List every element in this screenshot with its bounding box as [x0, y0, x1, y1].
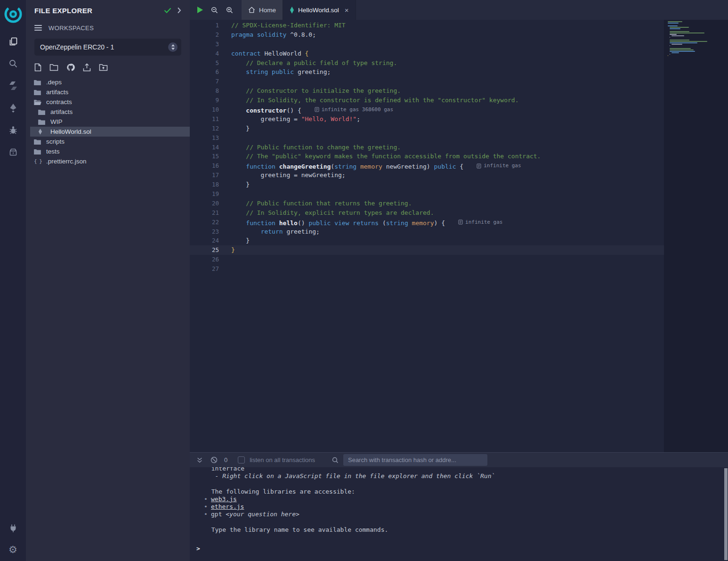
- code-line[interactable]: 17 greeting = newGreeting;: [190, 171, 664, 180]
- pending-tx-count: 0: [224, 456, 227, 463]
- tree-item-contracts[interactable]: contracts: [30, 97, 190, 107]
- tab-helloworld-sol[interactable]: HelloWorld.sol ×: [283, 0, 356, 20]
- folder-icon: [34, 149, 42, 154]
- code-line[interactable]: 15 // The "public" keyword makes the fun…: [190, 152, 664, 161]
- github-icon[interactable]: [66, 63, 75, 72]
- file-json-icon: { }: [34, 158, 42, 164]
- tree-item-artifacts[interactable]: artifacts: [30, 107, 190, 117]
- folder-icon: [34, 89, 42, 95]
- upload-folder-icon[interactable]: [99, 64, 108, 71]
- line-number: 2: [190, 30, 219, 40]
- check-icon[interactable]: [164, 8, 171, 13]
- code-line[interactable]: 8 // Constructor to initialize the greet…: [190, 86, 664, 96]
- terminal-output[interactable]: interface - Right click on a JavaScript …: [190, 467, 728, 561]
- code-line[interactable]: 7: [190, 77, 664, 86]
- code-line[interactable]: 11 greeting = "Hello, World!";: [190, 114, 664, 124]
- code-line[interactable]: 19: [190, 189, 664, 199]
- code-line[interactable]: 24 }: [190, 236, 664, 245]
- terminal-prompt[interactable]: >: [196, 545, 728, 553]
- code-line[interactable]: 14 // Public function to change the gree…: [190, 143, 664, 152]
- tab-label: HelloWorld.sol: [298, 7, 339, 14]
- code-line[interactable]: 20 // Public function that returns the g…: [190, 199, 664, 208]
- gear-icon: ⚙: [8, 545, 17, 555]
- line-number: 12: [190, 124, 219, 133]
- code-line[interactable]: 26: [190, 255, 664, 264]
- new-file-icon[interactable]: [34, 63, 41, 72]
- code-line[interactable]: 27: [190, 264, 664, 274]
- tab-close-icon[interactable]: ×: [345, 7, 349, 14]
- zoom-out-icon[interactable]: [211, 7, 218, 14]
- collapse-terminal-icon[interactable]: [196, 457, 203, 463]
- code-lines[interactable]: 1// SPDX-License-Identifier: MIT2pragma …: [190, 20, 664, 452]
- plugin-manager-icon[interactable]: [0, 517, 26, 539]
- line-number: 5: [190, 58, 219, 68]
- run-controls: [190, 0, 242, 20]
- chevron-right-icon[interactable]: [177, 7, 181, 14]
- code-line[interactable]: 25}: [190, 245, 664, 255]
- search-icon[interactable]: [0, 52, 26, 74]
- clear-console-icon[interactable]: [210, 456, 218, 463]
- code-line[interactable]: 6 string public greeting;: [190, 67, 664, 77]
- workspace-sort-icon[interactable]: [168, 42, 178, 52]
- new-folder-icon[interactable]: [49, 64, 58, 71]
- debugger-icon[interactable]: [0, 119, 26, 141]
- gas-estimate-badge: infinite gas 368600 gas: [315, 105, 393, 114]
- deploy-run-icon[interactable]: [0, 97, 26, 119]
- code-line[interactable]: 18 }: [190, 180, 664, 189]
- code-line[interactable]: 10 constructor() {infinite gas 368600 ga…: [190, 105, 664, 114]
- tree-item-artifacts[interactable]: artifacts: [30, 87, 190, 97]
- line-number: 21: [190, 208, 219, 218]
- upload-file-icon[interactable]: [83, 63, 91, 72]
- terminal-lines: interface - Right click on a JavaScript …: [204, 467, 728, 534]
- editor-scroll-strip[interactable]: [664, 20, 728, 452]
- terminal-link[interactable]: web3.js: [211, 496, 237, 503]
- tree-item-.prettierrc.json[interactable]: { }.prettierrc.json: [30, 156, 190, 166]
- terminal-search-icon: [332, 457, 339, 463]
- line-number: 10: [190, 105, 219, 114]
- file-explorer-icon[interactable]: [0, 30, 26, 52]
- minimap[interactable]: [668, 21, 713, 59]
- run-script-icon[interactable]: [197, 7, 203, 13]
- code-line[interactable]: 9 // In Solidity, the constructor is def…: [190, 96, 664, 105]
- line-number: 3: [190, 40, 219, 49]
- tab-home[interactable]: Home: [242, 0, 283, 20]
- remix-logo[interactable]: [3, 4, 24, 24]
- folder-icon: [34, 80, 42, 85]
- terminal-line: Type the library name to see available c…: [204, 526, 728, 534]
- tab-label: Home: [259, 7, 276, 14]
- code-line[interactable]: 1// SPDX-License-Identifier: MIT: [190, 21, 664, 30]
- line-number: 25: [190, 245, 219, 255]
- code-line[interactable]: 4contract HelloWorld {: [190, 49, 664, 58]
- terminal-line: interface: [204, 467, 728, 472]
- workspaces-row: WORKSPACES: [26, 21, 190, 35]
- plugin-icon[interactable]: [0, 141, 26, 163]
- tree-item-.deps[interactable]: .deps: [30, 77, 190, 87]
- activity-bar: ⚙: [0, 0, 26, 561]
- tree-item-WIP[interactable]: WIP: [30, 117, 190, 127]
- tree-item-tests[interactable]: tests: [30, 146, 190, 156]
- zoom-in-icon[interactable]: [226, 7, 233, 14]
- code-line[interactable]: 21 // In Solidity, explicit return types…: [190, 208, 664, 218]
- transaction-search-input[interactable]: [343, 454, 487, 466]
- tree-item-label: tests: [46, 148, 60, 155]
- code-line[interactable]: 16 function changeGreeting(string memory…: [190, 161, 664, 171]
- code-line[interactable]: 13: [190, 133, 664, 143]
- solidity-compiler-icon[interactable]: [0, 74, 26, 97]
- code-line[interactable]: 22 function hello() public view returns …: [190, 218, 664, 227]
- hamburger-icon[interactable]: [34, 25, 42, 31]
- line-number: 19: [190, 189, 219, 199]
- code-line[interactable]: 5 // Declare a public field of type stri…: [190, 58, 664, 68]
- code-line[interactable]: 23 return greeting;: [190, 227, 664, 236]
- workspace-select[interactable]: OpenZeppelin ERC20 - 1: [34, 39, 181, 56]
- code-line[interactable]: 12 }: [190, 124, 664, 133]
- code-line[interactable]: 2pragma solidity ^0.8.0;: [190, 30, 664, 40]
- settings-icon[interactable]: ⚙: [0, 539, 26, 561]
- tree-item-scripts[interactable]: scripts: [30, 137, 190, 146]
- code-line[interactable]: 3: [190, 40, 664, 49]
- tree-item-label: WIP: [50, 118, 63, 125]
- listen-transactions-checkbox[interactable]: [238, 456, 245, 463]
- tree-item-HelloWorld.sol[interactable]: HelloWorld.sol: [30, 127, 190, 137]
- terminal-link[interactable]: ethers.js: [211, 503, 244, 510]
- terminal-scrollbar[interactable]: [724, 468, 728, 560]
- line-number: 26: [190, 255, 219, 264]
